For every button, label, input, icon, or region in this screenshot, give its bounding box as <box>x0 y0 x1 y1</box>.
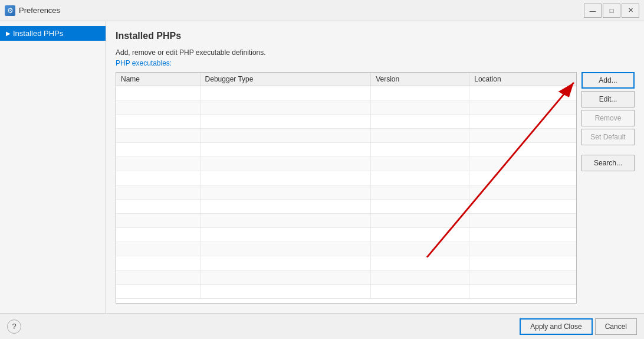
apply-close-button[interactable]: Apply and Close <box>520 318 592 335</box>
table-row[interactable] <box>116 143 576 157</box>
sidebar-item-installed-phps[interactable]: ▶ Installed PHPs <box>0 26 106 41</box>
edit-button[interactable]: Edit... <box>581 91 635 107</box>
window-controls: — □ ✕ <box>584 4 639 18</box>
add-button[interactable]: Add... <box>581 72 635 89</box>
window-title: Preferences <box>19 6 584 15</box>
php-table: Name Debugger Type Version Location <box>116 73 576 299</box>
help-button[interactable]: ? <box>7 320 21 334</box>
table-row[interactable] <box>116 256 576 270</box>
table-buttons-container: Name Debugger Type Version Location <box>116 72 635 304</box>
panel-title: Installed PHPs <box>116 31 635 41</box>
sidebar-item-label: Installed PHPs <box>13 29 63 38</box>
bottom-buttons: Apply and Close Cancel <box>520 318 637 335</box>
close-button[interactable]: ✕ <box>622 4 639 18</box>
sidebar: ▶ Installed PHPs <box>0 21 106 313</box>
search-button[interactable]: Search... <box>581 155 635 171</box>
table-row[interactable] <box>116 270 576 285</box>
table-row[interactable] <box>116 157 576 171</box>
panel-description: Add, remove or edit PHP executable defin… <box>116 48 635 57</box>
title-bar: Preferences — □ ✕ <box>0 0 644 21</box>
sidebar-arrow-icon: ▶ <box>6 30 11 37</box>
table-row[interactable] <box>116 228 576 242</box>
col-version: Version <box>371 73 469 86</box>
button-spacer <box>581 148 635 152</box>
php-table-wrapper[interactable]: Name Debugger Type Version Location <box>116 72 577 304</box>
app-icon <box>5 5 15 16</box>
table-row[interactable] <box>116 185 576 200</box>
table-row[interactable] <box>116 86 576 100</box>
set-default-button[interactable]: Set Default <box>581 129 635 145</box>
table-row[interactable] <box>116 100 576 115</box>
col-debugger-type: Debugger Type <box>200 73 371 86</box>
table-row[interactable] <box>116 200 576 214</box>
col-location: Location <box>469 73 576 86</box>
table-row[interactable] <box>116 171 576 185</box>
table-row[interactable] <box>116 214 576 228</box>
bottom-bar: ? Apply and Close Cancel <box>0 313 644 339</box>
buttons-panel: Add... Edit... Remove Set Default Search… <box>581 72 635 304</box>
content-panel: Installed PHPs Add, remove or edit PHP e… <box>106 21 644 313</box>
cancel-button[interactable]: Cancel <box>595 318 637 335</box>
col-name: Name <box>116 73 200 86</box>
table-row[interactable] <box>116 129 576 143</box>
panel-subtitle: PHP executables: <box>116 59 635 67</box>
table-row[interactable] <box>116 285 576 299</box>
table-row[interactable] <box>116 242 576 256</box>
main-content: ▶ Installed PHPs Installed PHPs Add, rem… <box>0 21 644 313</box>
minimize-button[interactable]: — <box>584 4 602 18</box>
table-row[interactable] <box>116 115 576 129</box>
remove-button[interactable]: Remove <box>581 110 635 126</box>
maximize-button[interactable]: □ <box>603 4 620 18</box>
